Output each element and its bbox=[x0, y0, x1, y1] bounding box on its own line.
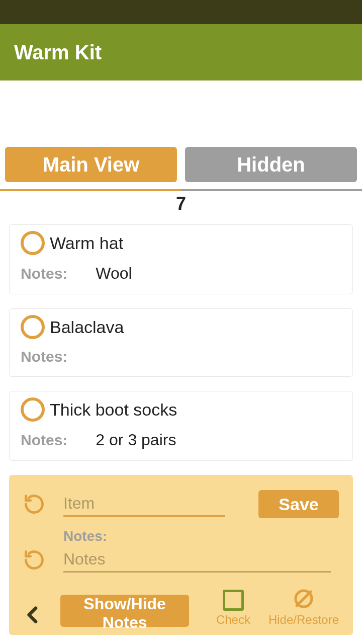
notes-placeholder: Notes bbox=[63, 550, 106, 569]
entry-panel: Item Save Notes: Notes Show/Hide Notes bbox=[9, 475, 353, 635]
hide-restore-icon bbox=[292, 587, 316, 611]
tab-main-view[interactable]: Main View bbox=[5, 147, 177, 182]
notes-value: Wool bbox=[96, 264, 132, 283]
check-action[interactable]: Check bbox=[216, 590, 250, 627]
notes-label: Notes: bbox=[21, 265, 67, 282]
show-hide-notes-button[interactable]: Show/Hide Notes bbox=[60, 595, 189, 627]
refresh-icon[interactable] bbox=[23, 549, 45, 571]
hide-restore-action[interactable]: Hide/Restore bbox=[268, 587, 339, 627]
list-item[interactable]: Thick boot socks Notes: 2 or 3 pairs bbox=[9, 391, 353, 461]
list-item[interactable]: Balaclava Notes: bbox=[9, 308, 353, 377]
entry-notes-label: Notes: bbox=[63, 528, 339, 544]
status-bar bbox=[0, 0, 362, 24]
item-title: Warm hat bbox=[50, 233, 123, 253]
checkbox-icon bbox=[223, 590, 244, 611]
notes-input[interactable]: Notes bbox=[63, 547, 331, 573]
notes-value: 2 or 3 pairs bbox=[96, 431, 176, 449]
app-bar: Warm Kit bbox=[0, 24, 362, 80]
item-list: Warm hat Notes: Wool Balaclava Notes: Th… bbox=[0, 224, 362, 461]
radio-unchecked-icon[interactable] bbox=[21, 397, 45, 422]
tab-underline bbox=[0, 189, 362, 191]
notes-label: Notes: bbox=[21, 432, 67, 449]
item-placeholder: Item bbox=[63, 494, 95, 513]
radio-unchecked-icon[interactable] bbox=[21, 231, 45, 255]
check-label: Check bbox=[216, 613, 250, 627]
item-count: 7 bbox=[0, 193, 362, 214]
item-title: Thick boot socks bbox=[50, 400, 177, 420]
tab-hidden[interactable]: Hidden bbox=[185, 147, 357, 182]
back-button[interactable] bbox=[23, 603, 43, 627]
tabs: Main View Hidden bbox=[0, 147, 362, 182]
refresh-icon[interactable] bbox=[23, 493, 45, 515]
item-input[interactable]: Item bbox=[63, 492, 225, 517]
radio-unchecked-icon[interactable] bbox=[21, 315, 45, 339]
hide-restore-label: Hide/Restore bbox=[268, 613, 339, 627]
save-button[interactable]: Save bbox=[258, 490, 339, 518]
item-title: Balaclava bbox=[50, 317, 124, 337]
list-item[interactable]: Warm hat Notes: Wool bbox=[9, 224, 353, 294]
page-title: Warm Kit bbox=[14, 41, 102, 64]
notes-label: Notes: bbox=[21, 348, 67, 365]
